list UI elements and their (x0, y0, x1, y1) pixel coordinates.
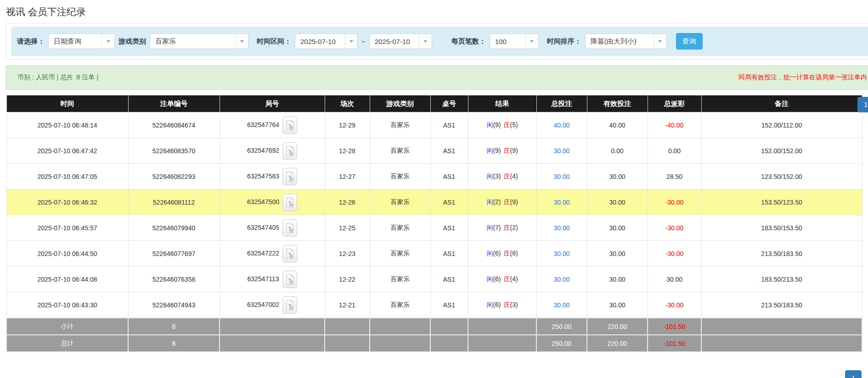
bet-records-table: 时间 注单编号 局号 场次 游戏类别 桌号 结果 总投注 有效投注 总派彩 备注… (6, 95, 862, 352)
video-replay-button[interactable] (282, 219, 297, 237)
video-replay-button[interactable] (282, 142, 297, 160)
cell-bet-id: 522646076358 (128, 267, 220, 292)
cell-time: 2025-07-10 06:46:32 (6, 189, 128, 215)
video-replay-button[interactable] (282, 168, 297, 185)
cell-session: 12-25 (325, 215, 370, 241)
query-type-label: 请选择： (17, 37, 45, 46)
cell-bet-id: 522646077697 (128, 241, 220, 267)
total-bet-link[interactable]: 30.00 (553, 224, 569, 232)
cell-remark: 183.50/153.50 (701, 215, 862, 241)
cell-remark: 152.00/112.00 (701, 112, 862, 138)
chevron-down-icon (423, 40, 427, 43)
chevron-down-icon (349, 40, 353, 43)
cell-result: 闲(3)庄(4) (468, 164, 536, 189)
header-session: 场次 (325, 95, 370, 112)
subtotal-label: 小计 (6, 318, 128, 335)
table-row: 2025-07-10 06:47:42 522646083570 6325476… (6, 138, 862, 164)
cell-total-bet: 30.00 (536, 138, 587, 164)
result-banker: 庄 (504, 147, 510, 154)
chevron-down-icon (240, 40, 244, 43)
cell-result: 闲(9)庄(5) (468, 112, 536, 138)
date-to-value: 2025-07-10 (370, 34, 419, 49)
total-bet-link[interactable]: 30.00 (553, 147, 569, 155)
cell-bet-id: 522646082293 (128, 164, 220, 189)
query-type-select[interactable]: 日期查询 (48, 33, 115, 49)
header-payout: 总派彩 (648, 95, 701, 112)
cell-valid-bet: 30.00 (587, 241, 648, 267)
pagination-page-1-bottom[interactable]: 1 (845, 370, 862, 378)
per-page-value: 100 (490, 34, 525, 49)
total-bet-link[interactable]: 30.00 (553, 250, 569, 257)
cell-valid-bet: 30.00 (587, 164, 648, 189)
video-file-icon (285, 145, 294, 156)
cell-result: 闲(6)庄(8) (468, 241, 536, 267)
total-bet-link[interactable]: 30.00 (553, 199, 569, 206)
video-replay-button[interactable] (282, 271, 297, 288)
video-replay-button[interactable] (282, 194, 297, 211)
total-bet-link[interactable]: 30.00 (553, 276, 569, 283)
grand-total-count: 8 (128, 335, 220, 352)
cell-valid-bet: 30.00 (587, 292, 648, 318)
search-button[interactable]: 查询 (676, 33, 703, 50)
range-separator: ~ (361, 38, 366, 45)
table-row: 2025-07-10 06:47:05 522646082293 6325475… (6, 164, 862, 189)
video-replay-button[interactable] (282, 296, 297, 314)
table-row: 2025-07-10 06:45:57 522646079940 6325474… (6, 215, 862, 241)
result-banker: 庄 (504, 172, 510, 180)
cell-round: 632547113 (220, 267, 325, 292)
result-player: 闲 (486, 301, 493, 308)
time-sort-dropdown-button[interactable] (654, 34, 666, 49)
cell-result: 闲(6)庄(4) (468, 267, 536, 292)
result-player: 闲 (486, 250, 493, 257)
cell-total-bet: 30.00 (536, 164, 587, 189)
video-file-icon (285, 300, 294, 311)
table-body: 2025-07-10 06:48:14 522646084674 6325477… (6, 112, 862, 318)
cell-session: 12-27 (325, 164, 370, 189)
header-table-no: 桌号 (430, 95, 468, 112)
date-to-dropdown-button[interactable] (419, 34, 432, 49)
cell-remark: 152.00/152.00 (701, 138, 862, 164)
cell-valid-bet: 30.00 (587, 215, 648, 241)
game-type-dropdown-button[interactable] (235, 34, 248, 49)
cell-session: 12-21 (325, 292, 370, 318)
header-remark: 备注 (701, 95, 862, 112)
cell-time: 2025-07-10 06:44:08 (6, 267, 128, 292)
cell-result: 闲(6)庄(3) (468, 292, 536, 318)
game-type-select[interactable]: 百家乐 (150, 33, 248, 49)
cell-table-no: AS1 (430, 138, 468, 164)
date-to-select[interactable]: 2025-07-10 (369, 33, 432, 49)
time-sort-select[interactable]: 降冪(由大到小) (585, 33, 667, 49)
time-sort-value: 降冪(由大到小) (586, 34, 654, 49)
cell-session: 12-28 (325, 138, 370, 164)
cell-round: 632547764 (220, 112, 325, 138)
summary-bar: 币别 : 人民币 | 总共 :8 注单 | 同局有效投注，统一计算在该局第一张注… (6, 65, 868, 90)
table-header-row: 时间 注单编号 局号 场次 游戏类别 桌号 结果 总投注 有效投注 总派彩 备注 (6, 95, 862, 112)
per-page-select[interactable]: 100 (490, 33, 539, 49)
query-type-dropdown-button[interactable] (101, 34, 114, 49)
pagination-page-1-top[interactable]: 1 (857, 97, 868, 112)
cell-total-bet: 30.00 (536, 267, 587, 292)
total-bet-link[interactable]: 40.00 (553, 122, 569, 129)
video-replay-button[interactable] (282, 117, 297, 134)
cell-table-no: AS1 (430, 241, 468, 267)
video-replay-button[interactable] (282, 245, 297, 262)
cell-round: 632547583 (220, 164, 325, 189)
per-page-dropdown-button[interactable] (525, 34, 538, 49)
header-bet-id: 注单编号 (128, 95, 220, 112)
date-from-dropdown-button[interactable] (344, 34, 357, 49)
cell-session: 12-23 (325, 241, 370, 267)
cell-session: 12-26 (325, 189, 370, 215)
result-player: 闲 (486, 198, 493, 206)
cell-bet-id: 522646079940 (128, 215, 220, 241)
cell-valid-bet: 30.00 (587, 189, 648, 215)
video-file-icon (285, 248, 294, 259)
cell-result: 闲(7)庄(2) (468, 215, 536, 241)
cell-payout: 30.00 (648, 267, 701, 292)
total-bet-link[interactable]: 30.00 (553, 173, 569, 180)
cell-valid-bet: 30.00 (587, 267, 648, 292)
cell-table-no: AS1 (430, 164, 468, 189)
date-from-select[interactable]: 2025-07-10 (295, 33, 358, 49)
subtotal-row: 小计 8 250.00 220.00 -101.50 (6, 318, 862, 335)
total-bet-link[interactable]: 30.00 (553, 301, 569, 309)
cell-round: 632547692 (220, 138, 325, 164)
